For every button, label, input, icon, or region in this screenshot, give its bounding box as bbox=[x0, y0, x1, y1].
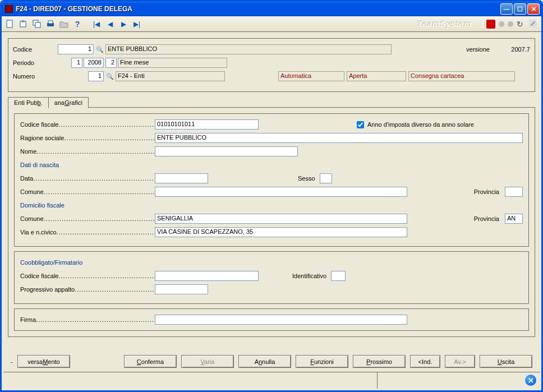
svg-rect-5 bbox=[48, 21, 53, 24]
versione-value: 2007.7 bbox=[511, 46, 530, 53]
nome-field[interactable] bbox=[155, 146, 298, 156]
tab-anagrafici[interactable]: anaGrafici bbox=[48, 97, 89, 108]
comune-d-field[interactable]: SENIGALLIA bbox=[155, 214, 407, 224]
cf2-field[interactable] bbox=[155, 271, 259, 281]
help-status-icon[interactable]: ✕ bbox=[525, 375, 536, 386]
help-icon[interactable]: ? bbox=[72, 19, 82, 29]
versione-label: versione bbox=[466, 46, 511, 53]
group-firma: Firma bbox=[14, 308, 529, 331]
periodo-month[interactable]: 1 bbox=[71, 58, 82, 68]
prov-n-label: Provincia bbox=[474, 188, 499, 195]
status-consegna: Consegna cartacea bbox=[408, 71, 515, 81]
section-dom-fiscale: Domicilio fiscale bbox=[20, 202, 65, 209]
prossimo-button[interactable]: Prossimo bbox=[353, 355, 406, 368]
data-field[interactable] bbox=[155, 173, 208, 183]
rs-label: Ragione sociale bbox=[20, 135, 155, 141]
comune-n-field[interactable] bbox=[155, 187, 407, 197]
statusbar: ✕ bbox=[3, 372, 540, 389]
sesso-field[interactable] bbox=[320, 173, 332, 183]
periodo-desc: Fine mese bbox=[118, 58, 227, 68]
open-icon[interactable] bbox=[19, 19, 29, 29]
firma-field[interactable] bbox=[155, 315, 407, 325]
varia-button[interactable]: Varia bbox=[181, 355, 234, 368]
app-window: F24 - DIRED07 - GESTIONE DELEGA — ☐ ✕ ? … bbox=[0, 0, 543, 392]
cf-field[interactable]: 01010101011 bbox=[155, 119, 259, 130]
tab-strip: Enti Pubb. anaGrafici bbox=[8, 96, 535, 108]
tab-enti-pubb[interactable]: Enti Pubb. bbox=[8, 97, 49, 108]
codice-label: Codice bbox=[13, 46, 58, 53]
titlebar: F24 - DIRED07 - GESTIONE DELEGA — ☐ ✕ bbox=[2, 2, 541, 16]
prog-field[interactable] bbox=[155, 284, 208, 294]
periodo-year[interactable]: 2008 bbox=[84, 58, 104, 68]
cascade-icon[interactable] bbox=[32, 19, 42, 29]
nav-prev-icon[interactable]: ◀ bbox=[105, 19, 115, 29]
via-field[interactable]: VIA CASINE DI SCAPEZZANO, 35 bbox=[155, 227, 407, 237]
data-label: Data bbox=[20, 175, 155, 182]
codice-field[interactable]: 1 bbox=[58, 44, 94, 54]
group-anagrafica: Codice fiscale 01010101011 Anno d'impost… bbox=[14, 113, 529, 247]
annulla-button[interactable]: Annulla bbox=[238, 355, 291, 368]
nome-label: Nome bbox=[20, 148, 155, 155]
print-icon[interactable] bbox=[45, 19, 56, 29]
form-area: Codice 1 🔍 ENTE PUBBLICO versione 2007.7… bbox=[3, 34, 540, 389]
versamento-button[interactable]: versaMento bbox=[17, 355, 70, 368]
ident-label: Identificativo bbox=[292, 273, 326, 279]
group-coobbligato: Coobbligato/Firmatario Codice fiscale Id… bbox=[14, 251, 529, 304]
av-button[interactable]: Av.> bbox=[445, 355, 475, 368]
svg-rect-3 bbox=[35, 22, 40, 27]
minimize-button[interactable]: — bbox=[500, 3, 513, 15]
prov-n-field[interactable] bbox=[505, 187, 523, 197]
numero-field[interactable]: 1 bbox=[88, 71, 104, 81]
numero-desc: F24 - Enti bbox=[116, 71, 225, 81]
app-icon bbox=[5, 5, 13, 13]
periodo-n[interactable]: 2 bbox=[105, 58, 117, 68]
numero-label: Numero bbox=[13, 73, 58, 80]
edit-icon[interactable] bbox=[529, 20, 538, 29]
anno-imposta-label: Anno d'imposta diverso da anno solare bbox=[367, 121, 474, 128]
uscita-button[interactable]: Uscita bbox=[480, 355, 532, 368]
comune-n-label: Comune bbox=[20, 188, 155, 195]
comune-d-label: Comune bbox=[20, 215, 155, 222]
ident-field[interactable] bbox=[331, 271, 346, 281]
window-title: F24 - DIRED07 - GESTIONE DELEGA bbox=[16, 5, 500, 13]
via-label: Via e n.civico bbox=[20, 229, 155, 236]
brand-logo: TeamSystem bbox=[145, 19, 483, 29]
svg-rect-0 bbox=[7, 20, 12, 27]
section-dati-nascita: Dati di nascita bbox=[20, 162, 59, 168]
dot-icon-2[interactable] bbox=[508, 21, 513, 27]
conferma-button[interactable]: Conferma bbox=[124, 355, 177, 368]
pdf-icon[interactable] bbox=[486, 20, 495, 29]
button-bar: - versaMento Conferma Varia Annulla Funz… bbox=[5, 353, 538, 370]
sesso-label: Sesso bbox=[298, 175, 315, 182]
tab-content: Codice fiscale 01010101011 Anno d'impost… bbox=[8, 107, 535, 337]
funzioni-button[interactable]: Funzioni bbox=[296, 355, 348, 368]
nav-last-icon[interactable]: ▶| bbox=[132, 19, 142, 29]
prov-d-label: Provincia bbox=[474, 215, 499, 222]
status-automatica: Automatica bbox=[278, 71, 344, 81]
new-icon[interactable] bbox=[5, 19, 15, 29]
folder-icon[interactable] bbox=[59, 19, 69, 29]
ind-button[interactable]: <Ind. bbox=[410, 355, 440, 368]
prov-d-field[interactable]: AN bbox=[505, 214, 523, 224]
periodo-label: Periodo bbox=[13, 59, 58, 66]
dot-icon-1[interactable] bbox=[499, 21, 504, 27]
maximize-button[interactable]: ☐ bbox=[514, 3, 526, 15]
close-button[interactable]: ✕ bbox=[527, 3, 540, 15]
cf-label: Codice fiscale bbox=[20, 121, 155, 128]
header-box: Codice 1 🔍 ENTE PUBBLICO versione 2007.7… bbox=[8, 38, 535, 92]
search-icon-2[interactable]: 🔍 bbox=[105, 72, 114, 81]
search-icon[interactable]: 🔍 bbox=[95, 45, 104, 54]
codice-desc: ENTE PUBBLICO bbox=[105, 44, 392, 54]
rs-field[interactable]: ENTE PUBBLICO bbox=[155, 133, 523, 143]
cf2-label: Codice fiscale bbox=[20, 273, 155, 279]
anno-imposta-checkbox[interactable] bbox=[357, 121, 364, 128]
status-aperta: Aperta bbox=[347, 71, 406, 81]
nav-first-icon[interactable]: |◀ bbox=[91, 19, 102, 29]
section-coobbligato: Coobbligato/Firmatario bbox=[20, 259, 82, 266]
refresh-icon[interactable]: ↻ bbox=[517, 20, 526, 29]
toolbar: ? |◀ ◀ ▶ ▶| TeamSystem ↻ bbox=[2, 16, 541, 32]
firma-label: Firma bbox=[20, 316, 155, 323]
nav-next-icon[interactable]: ▶ bbox=[118, 19, 128, 29]
prog-label: Progressivo appalto bbox=[20, 286, 155, 293]
